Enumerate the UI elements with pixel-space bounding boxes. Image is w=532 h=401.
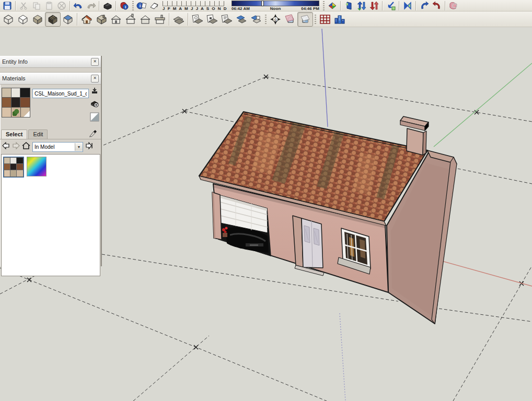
- materials-nav: In Model ▼: [0, 141, 101, 152]
- toolbar-row-standard: i i J F M A M J J A S O N D 06:42 AM Noo…: [0, 0, 532, 11]
- section-plane-icon[interactable]: [283, 13, 297, 26]
- collection-dropdown[interactable]: In Model ▼: [32, 142, 83, 152]
- page-icon-1[interactable]: [190, 13, 205, 26]
- model-viewport[interactable]: Entity Info ✕ Materials ✕: [0, 27, 532, 401]
- shaded-icon[interactable]: [30, 13, 45, 26]
- red-grid-icon[interactable]: [318, 13, 332, 26]
- top-view-icon[interactable]: [94, 13, 109, 26]
- layer-slab-icon-1[interactable]: [234, 13, 249, 26]
- tab-edit[interactable]: Edit: [28, 129, 48, 139]
- paste-icon[interactable]: [43, 1, 55, 11]
- entity-info-panel: Entity Info ✕: [0, 56, 101, 73]
- shaded-textures-icon[interactable]: [45, 12, 61, 27]
- svg-text:i: i: [140, 3, 141, 8]
- month-labels: J F M A M J J A S O N D: [163, 6, 224, 11]
- hidden-line-icon[interactable]: [16, 13, 30, 26]
- entity-info-title: Entity Info: [2, 58, 28, 65]
- month-ticks: [163, 1, 224, 6]
- layer-slab-icon-2[interactable]: [249, 13, 263, 26]
- page-icon-3[interactable]: [219, 13, 234, 26]
- materials-panel: Materials ✕: [0, 73, 101, 267]
- model-info-icon[interactable]: i: [118, 1, 131, 11]
- blue-flag-icon[interactable]: [343, 1, 355, 11]
- redo-icon[interactable]: [85, 1, 97, 11]
- close-icon[interactable]: ✕: [91, 75, 99, 82]
- time-track[interactable]: [232, 1, 319, 6]
- sample-paint-dropper-icon[interactable]: [88, 128, 98, 140]
- materials-title: Materials: [2, 75, 26, 81]
- create-material-icon[interactable]: [90, 99, 99, 110]
- forward-arrow-icon[interactable]: [12, 142, 20, 151]
- pink-badge-icon[interactable]: [447, 1, 460, 11]
- shadow-date-slider[interactable]: J F M A M J J A S O N D: [163, 1, 224, 11]
- cut-icon[interactable]: [18, 1, 30, 11]
- blue-axis-positive: [322, 29, 328, 127]
- time-early-label: 06:42 AM: [232, 6, 250, 11]
- front-view-icon[interactable]: [109, 13, 123, 26]
- diagonal-arrow-icon[interactable]: [385, 1, 397, 11]
- time-slider-handle[interactable]: [261, 1, 264, 6]
- time-noon-label: Noon: [270, 6, 281, 11]
- chevron-down-icon[interactable]: ▼: [75, 143, 83, 151]
- home-icon[interactable]: [22, 142, 30, 151]
- right-view-icon[interactable]: [153, 13, 167, 26]
- back-arrow-icon[interactable]: [2, 142, 10, 151]
- arrows-up-down-icon[interactable]: [355, 1, 368, 11]
- panel-tray: Entity Info ✕ Materials ✕: [0, 56, 102, 266]
- tab-select[interactable]: Select: [1, 129, 27, 139]
- page-icon-2[interactable]: [205, 13, 219, 26]
- details-arrow-icon[interactable]: [85, 142, 93, 151]
- shadow-time-slider[interactable]: 06:42 AM Noon 04:46 PM: [232, 1, 319, 11]
- material-preview-thumbnail: [2, 88, 30, 117]
- compass-icon[interactable]: CSE: [268, 13, 283, 26]
- house-model[interactable]: [199, 112, 457, 324]
- green-axis: [434, 63, 532, 147]
- svg-text:SE: SE: [274, 19, 277, 22]
- secondary-pane-icon[interactable]: [91, 87, 98, 97]
- texture-collage-swatch[interactable]: [3, 157, 24, 178]
- scenes-icon[interactable]: [171, 13, 186, 26]
- arrows-down-up-icon[interactable]: [368, 1, 380, 11]
- white-eraser-icon[interactable]: [148, 1, 160, 11]
- undo-icon[interactable]: [72, 1, 85, 11]
- back-view-icon[interactable]: [123, 13, 138, 26]
- buildings-icon[interactable]: [332, 13, 347, 26]
- bowtie-icon[interactable]: [401, 1, 414, 11]
- default-material-icon[interactable]: [90, 112, 99, 124]
- rainbow-color-swatch[interactable]: [27, 157, 47, 176]
- sketchup-window: i i J F M A M J J A S O N D 06:42 AM Noo…: [0, 0, 532, 401]
- save-icon[interactable]: [1, 1, 14, 11]
- print-icon[interactable]: [101, 1, 114, 11]
- red-rotate-icon[interactable]: [431, 1, 443, 11]
- entity-info-blue-icon[interactable]: i: [135, 1, 148, 11]
- material-name-field[interactable]: [32, 89, 89, 98]
- materials-list[interactable]: [1, 154, 100, 276]
- monochrome-icon[interactable]: [61, 13, 75, 26]
- collection-value: In Model: [34, 144, 54, 150]
- toolbar-row-views: CSE: [0, 11, 532, 27]
- wireframe-icon[interactable]: [1, 13, 16, 26]
- copy-icon[interactable]: [30, 1, 43, 11]
- close-icon[interactable]: ✕: [91, 58, 99, 66]
- left-view-icon[interactable]: [138, 13, 153, 26]
- quad-colors-icon[interactable]: [326, 1, 339, 11]
- svg-text:i: i: [125, 5, 126, 9]
- entry-door[interactable]: [293, 216, 324, 276]
- eraser-icon[interactable]: [55, 1, 68, 11]
- iso-view-icon[interactable]: [79, 13, 94, 26]
- materials-tabs: Select Edit: [0, 128, 101, 139]
- blue-axis-negative: [340, 313, 345, 401]
- time-late-label: 04:46 PM: [301, 6, 319, 11]
- blue-rotate-icon[interactable]: [418, 1, 431, 11]
- section-cut-icon[interactable]: [297, 12, 313, 27]
